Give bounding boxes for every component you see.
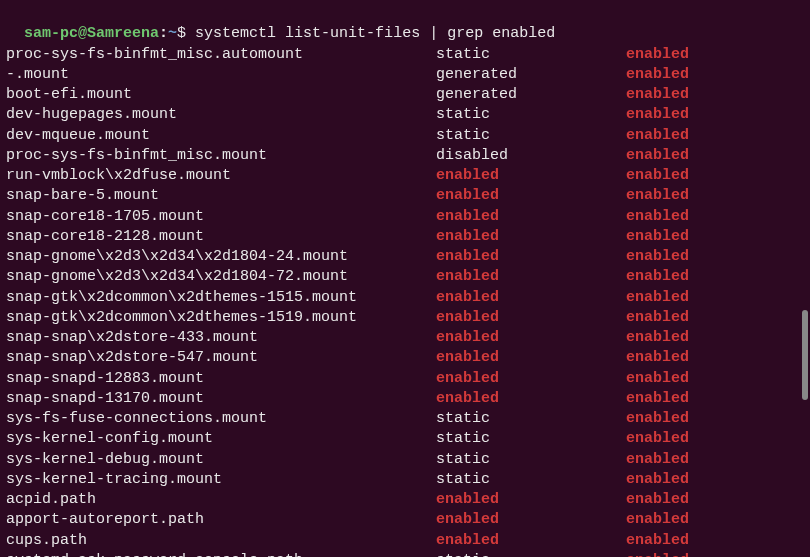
output-row: snap-snapd-12883.mountenabledenabled [6, 369, 804, 389]
unit-state: static [436, 450, 626, 470]
unit-preset: enabled [626, 288, 689, 308]
unit-state: enabled [436, 490, 626, 510]
output-row: boot-efi.mountgeneratedenabled [6, 85, 804, 105]
unit-preset: enabled [626, 45, 689, 65]
unit-file: apport-autoreport.path [6, 510, 436, 530]
output-row: snap-gtk\x2dcommon\x2dthemes-1515.mounte… [6, 288, 804, 308]
unit-preset: enabled [626, 105, 689, 125]
output-row: snap-snapd-13170.mountenabledenabled [6, 389, 804, 409]
unit-file: systemd-ask-password-console.path [6, 551, 436, 557]
unit-state: enabled [436, 531, 626, 551]
output-row: snap-gnome\x2d3\x2d34\x2d1804-72.mounten… [6, 267, 804, 287]
scrollbar-thumb[interactable] [802, 310, 808, 400]
prompt-line[interactable]: sam-pc@Samreena:~$ systemctl list-unit-f… [6, 4, 804, 45]
unit-file: proc-sys-fs-binfmt_misc.automount [6, 45, 436, 65]
unit-state: enabled [436, 369, 626, 389]
unit-state: enabled [436, 308, 626, 328]
output-row: dev-hugepages.mountstaticenabled [6, 105, 804, 125]
unit-file: snap-gnome\x2d3\x2d34\x2d1804-24.mount [6, 247, 436, 267]
unit-state: enabled [436, 267, 626, 287]
unit-preset: enabled [626, 348, 689, 368]
unit-preset: enabled [626, 551, 689, 557]
unit-state: enabled [436, 328, 626, 348]
prompt-command: systemctl list-unit-files | grep enabled [195, 25, 555, 42]
unit-preset: enabled [626, 450, 689, 470]
unit-state: static [436, 105, 626, 125]
unit-file: snap-gnome\x2d3\x2d34\x2d1804-72.mount [6, 267, 436, 287]
unit-file: run-vmblock\x2dfuse.mount [6, 166, 436, 186]
unit-preset: enabled [626, 369, 689, 389]
unit-state: enabled [436, 510, 626, 530]
unit-state: enabled [436, 288, 626, 308]
unit-state: enabled [436, 348, 626, 368]
output-row: systemd-ask-password-console.pathstatice… [6, 551, 804, 557]
unit-file: snap-core18-2128.mount [6, 227, 436, 247]
unit-file: snap-core18-1705.mount [6, 207, 436, 227]
output-row: dev-mqueue.mountstaticenabled [6, 126, 804, 146]
unit-preset: enabled [626, 207, 689, 227]
output-row: sys-kernel-debug.mountstaticenabled [6, 450, 804, 470]
unit-file: cups.path [6, 531, 436, 551]
unit-preset: enabled [626, 470, 689, 490]
unit-file: snap-snapd-12883.mount [6, 369, 436, 389]
output-row: snap-gtk\x2dcommon\x2dthemes-1519.mounte… [6, 308, 804, 328]
output-row: run-vmblock\x2dfuse.mountenabledenabled [6, 166, 804, 186]
unit-file: snap-snapd-13170.mount [6, 389, 436, 409]
unit-state: enabled [436, 247, 626, 267]
output-row: snap-snap\x2dstore-547.mountenabledenabl… [6, 348, 804, 368]
prompt-user: sam-pc@Samreena [24, 25, 159, 42]
output-row: sys-kernel-tracing.mountstaticenabled [6, 470, 804, 490]
unit-file: dev-mqueue.mount [6, 126, 436, 146]
unit-state: enabled [436, 207, 626, 227]
unit-state: enabled [436, 389, 626, 409]
output-row: acpid.pathenabledenabled [6, 490, 804, 510]
unit-state: generated [436, 65, 626, 85]
prompt-path: ~ [168, 25, 177, 42]
unit-preset: enabled [626, 146, 689, 166]
unit-preset: enabled [626, 267, 689, 287]
unit-preset: enabled [626, 65, 689, 85]
unit-file: snap-gtk\x2dcommon\x2dthemes-1515.mount [6, 288, 436, 308]
unit-state: static [436, 45, 626, 65]
unit-preset: enabled [626, 85, 689, 105]
unit-preset: enabled [626, 510, 689, 530]
output-row: snap-gnome\x2d3\x2d34\x2d1804-24.mounten… [6, 247, 804, 267]
unit-file: sys-kernel-tracing.mount [6, 470, 436, 490]
output-row: cups.pathenabledenabled [6, 531, 804, 551]
output-row: proc-sys-fs-binfmt_misc.mountdisabledena… [6, 146, 804, 166]
unit-file: sys-kernel-debug.mount [6, 450, 436, 470]
output-row: proc-sys-fs-binfmt_misc.automountstatice… [6, 45, 804, 65]
output-row: apport-autoreport.pathenabledenabled [6, 510, 804, 530]
unit-file: acpid.path [6, 490, 436, 510]
unit-preset: enabled [626, 409, 689, 429]
unit-state: enabled [436, 186, 626, 206]
output-row: -.mountgeneratedenabled [6, 65, 804, 85]
unit-preset: enabled [626, 247, 689, 267]
unit-preset: enabled [626, 227, 689, 247]
output-row: sys-kernel-config.mountstaticenabled [6, 429, 804, 449]
unit-preset: enabled [626, 389, 689, 409]
unit-state: static [436, 551, 626, 557]
terminal-output[interactable]: proc-sys-fs-binfmt_misc.automountstatice… [6, 45, 804, 558]
unit-state: enabled [436, 166, 626, 186]
unit-state: static [436, 429, 626, 449]
unit-preset: enabled [626, 166, 689, 186]
unit-file: proc-sys-fs-binfmt_misc.mount [6, 146, 436, 166]
output-row: snap-bare-5.mountenabledenabled [6, 186, 804, 206]
unit-file: snap-gtk\x2dcommon\x2dthemes-1519.mount [6, 308, 436, 328]
unit-file: sys-kernel-config.mount [6, 429, 436, 449]
unit-state: static [436, 409, 626, 429]
output-row: snap-core18-2128.mountenabledenabled [6, 227, 804, 247]
unit-file: sys-fs-fuse-connections.mount [6, 409, 436, 429]
unit-preset: enabled [626, 328, 689, 348]
unit-preset: enabled [626, 490, 689, 510]
unit-preset: enabled [626, 531, 689, 551]
output-row: snap-snap\x2dstore-433.mountenabledenabl… [6, 328, 804, 348]
unit-file: snap-bare-5.mount [6, 186, 436, 206]
unit-preset: enabled [626, 186, 689, 206]
output-row: sys-fs-fuse-connections.mountstaticenabl… [6, 409, 804, 429]
unit-state: static [436, 126, 626, 146]
unit-file: boot-efi.mount [6, 85, 436, 105]
unit-state: static [436, 470, 626, 490]
unit-state: enabled [436, 227, 626, 247]
